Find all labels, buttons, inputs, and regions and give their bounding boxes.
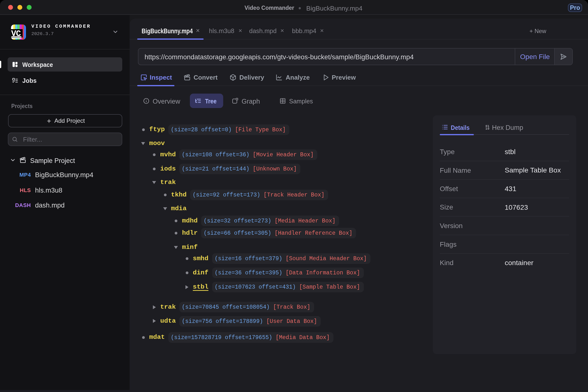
svg-text:VC: VC [11,29,21,38]
